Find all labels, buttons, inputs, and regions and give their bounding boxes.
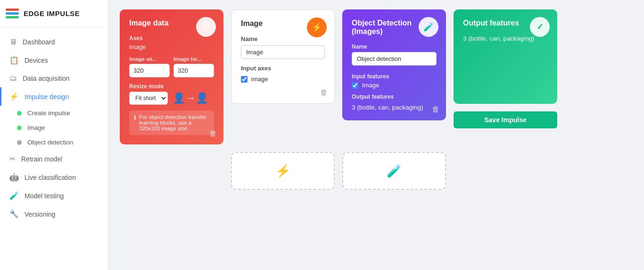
dashed-spacer-1: [120, 152, 223, 190]
od-name-input[interactable]: [352, 52, 437, 66]
sidebar-item-dashboard[interactable]: 🖥 Dashboard: [0, 33, 108, 51]
versioning-icon: 🔧: [9, 210, 19, 219]
logo-icon: [6, 8, 19, 18]
logo-area: EDGE IMPULSE: [0, 0, 108, 27]
image-name-label: Name: [241, 35, 325, 42]
sidebar-label-data-acquisition: Data acquisition: [23, 75, 70, 82]
sidebar-item-model-testing[interactable]: 🧪 Model testing: [0, 186, 108, 205]
input-axes-label: Input axes: [241, 65, 325, 72]
dimension-inputs-row: Image wi... Image he...: [129, 56, 214, 77]
live-classification-icon: 🤖: [9, 173, 19, 182]
dashed-card-learning[interactable]: 🧪: [342, 152, 446, 190]
object-detection-card: Object Detection (Images) 🧪 Name Input f…: [342, 9, 446, 120]
sidebar-item-devices[interactable]: 📋 Devices: [0, 51, 108, 69]
od-name-label: Name: [352, 43, 437, 50]
main-content: Image data 🗄 Axes image Image wi... Imag…: [108, 0, 644, 270]
height-label: Image he...: [173, 56, 214, 62]
image-card: Image ⚡ Name Input axes image 🗑: [231, 9, 335, 104]
dashboard-icon: 🖥: [9, 38, 17, 46]
sidebar-item-live-classification[interactable]: 🤖 Live classification: [0, 168, 108, 186]
sidebar-subitem-image[interactable]: Image: [0, 120, 108, 135]
model-testing-icon: 🧪: [9, 191, 19, 200]
image-axes-checkbox-row: image: [241, 76, 325, 83]
od-input-features-checkbox[interactable]: [352, 82, 358, 89]
image-card-delete-icon[interactable]: 🗑: [320, 88, 328, 97]
devices-icon: 📋: [9, 56, 19, 65]
dashed-lightning-icon: ⚡: [275, 164, 290, 178]
sidebar-sublabel-create-impulse: Create impulse: [27, 110, 70, 117]
height-input[interactable]: [173, 64, 214, 77]
od-output-features-value: 3 (bottle, can, packaging): [352, 104, 437, 111]
od-input-features-checkbox-label: Image: [362, 82, 379, 89]
image-axes-checkbox[interactable]: [241, 76, 248, 83]
image-data-delete-icon[interactable]: 🗑: [209, 129, 217, 138]
image-data-card-icon: 🗄: [196, 17, 216, 37]
logo-bar-red: [6, 8, 19, 11]
database-icon: 🗄: [202, 22, 210, 32]
dashed-card-processing[interactable]: ⚡: [231, 152, 335, 190]
info-message-box: ℹ For object detection transfer learning…: [129, 110, 214, 135]
sidebar-label-dashboard: Dashboard: [23, 38, 55, 46]
sidebar-label-devices: Devices: [25, 57, 48, 64]
height-field-group: Image he...: [173, 56, 214, 77]
width-input[interactable]: [129, 64, 170, 77]
logo-text: EDGE IMPULSE: [24, 9, 80, 17]
output-column: Output features ✓ 3 (bottle, can, packag…: [454, 9, 557, 128]
dot-object-detection: [17, 140, 22, 145]
sidebar-label-impulse-design: Impulse design: [25, 93, 69, 101]
sidebar-item-versioning[interactable]: 🔧 Versioning: [0, 205, 108, 223]
object-detection-card-icon: 🧪: [419, 17, 438, 37]
info-text: For object detection transfer learning b…: [139, 114, 209, 131]
data-acquisition-icon: 🗂: [9, 74, 17, 83]
output-card-icon: ✓: [530, 17, 550, 37]
check-icon: ✓: [537, 22, 544, 32]
resize-person-icon: 👤→👤: [173, 92, 208, 104]
resize-mode-row: Fit short Fit long Squash Crop 👤→👤: [129, 92, 214, 105]
image-axes-checkbox-label: image: [251, 76, 268, 83]
output-features-text: 3 (bottle, can, packaging): [463, 35, 548, 42]
retrain-model-icon: ✂: [9, 154, 16, 163]
dashed-flask-icon: 🧪: [387, 164, 402, 178]
od-input-features-row: Image: [352, 82, 437, 89]
sidebar-sublabel-object-detection: Object detection: [27, 139, 74, 146]
sidebar-item-data-acquisition[interactable]: 🗂 Data acquisition: [0, 69, 108, 87]
axes-value: image: [129, 43, 214, 51]
logo-bar-green: [6, 16, 19, 18]
od-output-features-label: Output features: [352, 93, 437, 100]
od-delete-icon[interactable]: 🗑: [432, 105, 439, 114]
sidebar-navigation: 🖥 Dashboard 📋 Devices 🗂 Data acquisition…: [0, 27, 108, 270]
od-input-features-label: Input features: [352, 73, 437, 80]
width-field-group: Image wi...: [129, 56, 170, 77]
image-data-card: Image data 🗄 Axes image Image wi... Imag…: [120, 9, 223, 144]
image-name-input[interactable]: [241, 45, 325, 59]
width-label: Image wi...: [129, 56, 170, 62]
dot-image: [17, 126, 22, 130]
sidebar-sublabel-image: Image: [27, 124, 45, 131]
sidebar-label-live-classification: Live classification: [25, 174, 76, 181]
resize-mode-label: Resize mode: [129, 83, 214, 90]
info-icon: ℹ: [134, 114, 136, 121]
dot-create-impulse: [17, 111, 22, 116]
sidebar-subitem-create-impulse[interactable]: Create impulse: [0, 106, 108, 120]
sidebar-item-impulse-design[interactable]: ⚡ Impulse design: [0, 87, 108, 106]
logo-bar-blue: [6, 12, 19, 15]
impulse-design-icon: ⚡: [9, 92, 19, 101]
lightning-icon: ⚡: [312, 22, 322, 33]
sidebar-label-model-testing: Model testing: [25, 192, 64, 200]
cards-row: Image data 🗄 Axes image Image wi... Imag…: [120, 9, 633, 144]
image-card-icon: ⚡: [307, 17, 327, 37]
output-card: Output features ✓ 3 (bottle, can, packag…: [454, 9, 557, 104]
sidebar-item-retrain-model[interactable]: ✂ Retrain model: [0, 150, 108, 168]
save-impulse-button[interactable]: Save Impulse: [454, 111, 557, 128]
sidebar-label-versioning: Versioning: [25, 211, 55, 218]
sidebar-label-retrain-model: Retrain model: [21, 155, 62, 163]
sidebar-subitem-object-detection[interactable]: Object detection: [0, 135, 108, 150]
dashed-cards-row: ⚡ 🧪: [120, 152, 633, 190]
sidebar: EDGE IMPULSE 🖥 Dashboard 📋 Devices 🗂 Dat…: [0, 0, 108, 270]
axes-label: Axes: [129, 35, 214, 42]
flask-icon: 🧪: [423, 22, 434, 32]
resize-mode-select[interactable]: Fit short Fit long Squash Crop: [129, 92, 168, 105]
